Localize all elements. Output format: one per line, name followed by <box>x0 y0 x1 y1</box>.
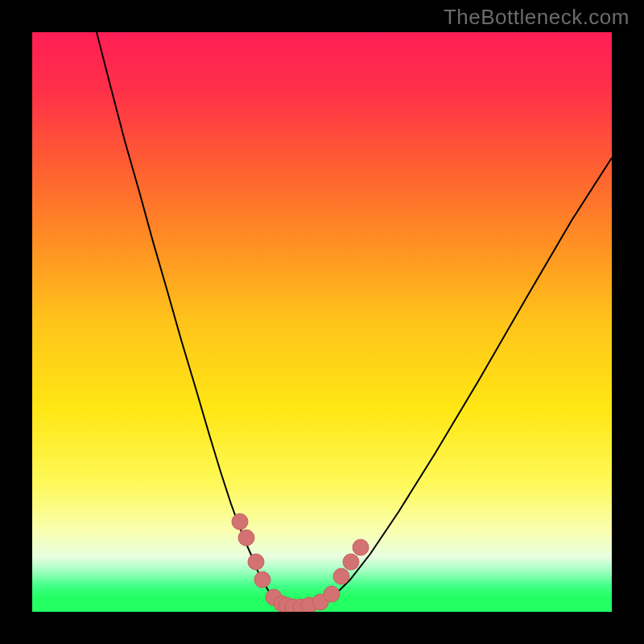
plot-area <box>32 32 612 612</box>
curve-marker <box>353 539 369 555</box>
curve-marker <box>232 514 248 530</box>
watermark-label: TheBottleneck.com <box>444 5 630 30</box>
outer-frame: TheBottleneck.com <box>0 0 644 644</box>
curve-marker <box>324 586 340 602</box>
curve-marker <box>343 554 359 570</box>
curve-marker <box>333 568 349 584</box>
curve-marker <box>238 530 254 546</box>
bottleneck-chart <box>32 32 612 612</box>
curve-marker <box>254 572 270 588</box>
curve-marker <box>248 554 264 570</box>
